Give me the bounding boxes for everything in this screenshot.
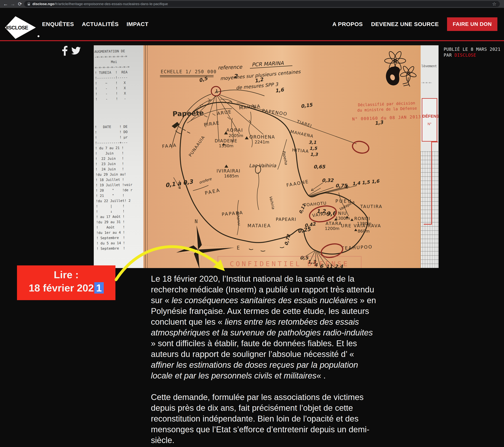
map-number: 0,32	[322, 178, 334, 183]
peak-ivirairai: IVIRAIRAI	[216, 168, 240, 174]
byline-author: DISCLOSE	[454, 53, 476, 58]
url-path: /fr/article/lheritage-empoisonne-des-ess…	[54, 2, 168, 6]
hero-image: AUGMENTATION DE-=-=-=-=-=-=-=-= Moi=-=-=…	[94, 43, 439, 268]
nav-item-a-propos[interactable]: A PROPOS	[332, 21, 363, 27]
nav-item-devenez-une-source[interactable]: DEVENEZ UNE SOURCE	[371, 21, 439, 27]
back-button[interactable]: ←	[2, 0, 9, 8]
peak-niu-elev: 1300m	[335, 216, 350, 221]
peak-aorai-elev: 2005m	[229, 133, 243, 138]
nav-item-impact[interactable]: IMPACT	[126, 21, 148, 27]
read-date-callout: Lire : 18 février 2021	[17, 265, 115, 300]
map-number: 1,5	[309, 146, 317, 151]
logo-text: DISCLOSE	[4, 25, 28, 31]
compass-e: E	[237, 245, 240, 251]
peak-orohena-elev: 2241m	[255, 140, 269, 144]
peak-niu: NIU	[338, 211, 347, 216]
callout-line1: Lire :	[17, 268, 115, 281]
peak-urevaiarava: URE VAIA RAVA	[341, 223, 381, 228]
lock-icon	[28, 2, 30, 6]
map-number: 9,6	[326, 210, 337, 217]
map-number: 0,5	[300, 255, 308, 260]
byline: PUBLIÉ LE 8 MARS 2021 PAR DISCLOSE	[444, 46, 500, 58]
forward-button[interactable]: →	[9, 0, 17, 8]
donate-button[interactable]: FAIRE UN DON	[447, 17, 497, 31]
map-label-tautira: TAUTIRA	[360, 204, 382, 209]
disclose-logo[interactable]: DISCLOSE	[4, 15, 41, 40]
url-text: disclose.ngo/fr/article/lheritage-empois…	[33, 2, 168, 6]
left-doc-block1: AUGMENTATION DE-=-=-=-=-=-=-=-= Moi=-=-=…	[94, 48, 130, 102]
nav-item-enquetes[interactable]: ENQUÊTES	[42, 21, 74, 27]
peak-ronui: RONUI	[354, 216, 370, 221]
lambda-symbol: λ	[215, 88, 218, 95]
browser-chrome: ← → ⟳ disclose.ngo/fr/article/lheritage-…	[0, 0, 504, 8]
left-doc-block2: ! DATE ! DE! ! DO! ! µr!-----------+---!…	[95, 124, 133, 252]
peak-aorai: AORAI	[226, 128, 243, 133]
map-label-mataiea: MATAIEA	[248, 223, 271, 228]
publish-date: PUBLIÉ LE 8 MARS 2021	[444, 46, 500, 52]
map-scale: ECHELLE 1/ 250 000	[161, 69, 216, 74]
map-ref-word: reference	[218, 64, 242, 71]
nav-item-actualites[interactable]: ACTUALITÉS	[82, 21, 119, 27]
peak-diademe: DIADEME	[215, 138, 237, 143]
peak-orohena: OROHENA	[249, 135, 275, 140]
url-domain: disclose.ngo	[33, 2, 54, 6]
map-number: 2	[234, 73, 238, 79]
red-elbow-line	[421, 45, 439, 268]
byline-par: PAR	[444, 53, 454, 58]
paragraph: Cette demande, formulée par les associat…	[151, 392, 377, 446]
peak-atara-elev: 1200m	[325, 226, 339, 231]
peak-ivirairai-elev: 1685m	[224, 174, 239, 178]
site-header: DISCLOSE ENQUÊTES ACTUALITÉS IMPACT A PR…	[0, 8, 504, 40]
right-scanned-document: lèvement -=-=-=- DÉFENSE N°	[421, 45, 439, 268]
map-label-lac-vaihiria: Lac Vaihiria	[249, 163, 276, 168]
reload-button[interactable]: ⟳	[16, 0, 24, 8]
left-scanned-document: AUGMENTATION DE-=-=-=-=-=-=-=-= Moi=-=-=…	[94, 45, 143, 268]
header-accent-line	[0, 40, 504, 41]
callout-line2: 18 février 2021	[17, 281, 115, 294]
peak-atara: ATARA	[325, 221, 342, 226]
selected-digit: 1	[94, 282, 104, 293]
bookmark-star-icon[interactable]: ☆	[492, 1, 496, 6]
peak-diademe-elev: 1330m	[219, 143, 233, 148]
map-number: 3,1	[308, 140, 316, 145]
tahiti-map: ECHELLE 1/ 250 000 reference PCR MARINA …	[143, 45, 421, 268]
map-number: 0,65	[313, 164, 325, 170]
map-number: 1,2	[317, 208, 326, 214]
logo-dot	[37, 35, 39, 37]
map-number: 1,3	[310, 152, 318, 157]
article-body: Le 18 février 2020, l’Institut national …	[151, 273, 377, 447]
url-bar[interactable]: disclose.ngo/fr/article/lheritage-empois…	[24, 1, 500, 7]
map-label-papeete: Papeete	[172, 109, 204, 118]
twitter-icon[interactable]	[71, 47, 81, 55]
social-share	[62, 46, 87, 56]
confidential-stamp: CONFIDENTIEL DEFENSE	[230, 260, 349, 268]
compass-n: N	[195, 219, 198, 224]
nav-left: ENQUÊTES ACTUALITÉS IMPACT	[42, 8, 148, 40]
peak-urevaiarava-elev: 860m	[358, 229, 370, 233]
paragraph: Le 18 février 2020, l’Institut national …	[151, 273, 377, 381]
facebook-icon[interactable]	[62, 46, 68, 56]
map-label-papeari: PAPEARI	[276, 217, 296, 222]
nav-right: A PROPOS DEVENEZ UNE SOURCE FAIRE UN DON	[332, 8, 497, 40]
